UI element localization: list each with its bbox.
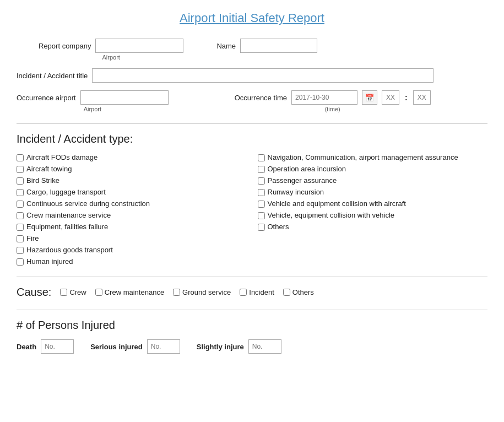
incident-type-right-checkbox-1[interactable] <box>258 166 265 173</box>
incident-type-section: Incident / Accident type: Aircraft FODs … <box>17 133 487 266</box>
injured-input-0[interactable] <box>41 339 74 354</box>
cause-label-3: Incident <box>249 288 274 296</box>
cause-checkbox-2[interactable] <box>173 289 180 296</box>
incident-type-checkboxes: Aircraft FODs damageAircraft towingBird … <box>17 153 487 266</box>
incident-type-left-checkbox-3[interactable] <box>17 189 24 196</box>
incident-type-left-item-5: Crew maintenance service <box>17 211 247 219</box>
incident-type-left-label-0: Aircraft FODs damage <box>26 153 97 161</box>
incident-type-left-checkbox-2[interactable] <box>17 177 24 185</box>
incident-type-left-item-8: Hazardous goods transport <box>17 246 247 254</box>
report-company-group: Report company Airport <box>39 39 183 61</box>
incident-type-left-item-0: Aircraft FODs damage <box>17 153 247 161</box>
incident-type-right-label-1: Operation area incursion <box>268 165 346 173</box>
incident-type-right-checkbox-6[interactable] <box>258 224 265 231</box>
injured-label-0: Death <box>17 343 36 351</box>
cause-title: Cause: <box>17 286 51 299</box>
incident-title-input[interactable] <box>92 68 433 83</box>
cause-section: Cause: CrewCrew maintenanceGround servic… <box>17 286 487 299</box>
incident-type-left-checkbox-9[interactable] <box>17 258 24 266</box>
incident-type-right-checkbox-4[interactable] <box>258 201 265 208</box>
minute-input[interactable] <box>413 90 431 105</box>
incident-type-right-checkbox-0[interactable] <box>258 154 265 161</box>
name-input[interactable] <box>240 39 317 53</box>
incident-type-left-checkbox-7[interactable] <box>17 235 24 242</box>
incident-type-left-checkbox-6[interactable] <box>17 224 24 231</box>
cause-item-0: Crew <box>60 288 86 296</box>
incident-type-right-checkbox-3[interactable] <box>258 189 265 196</box>
occurrence-airport-label: Occurrence airport <box>17 94 76 102</box>
incident-type-title: Incident / Accident type: <box>17 133 487 145</box>
injured-field-1: Serious injured <box>90 339 180 354</box>
injured-field-0: Death <box>17 339 74 354</box>
incident-type-left-label-6: Equipment, failities failure <box>26 223 108 231</box>
occurrence-airport-sublabel: Airport <box>84 106 101 112</box>
cause-checkbox-0[interactable] <box>60 289 67 296</box>
incident-type-right-item-6: Others <box>258 223 488 231</box>
incident-type-left-item-4: Continuous service during construction <box>17 199 247 208</box>
incident-type-right-item-1: Operation area incursion <box>258 165 488 173</box>
injured-field-2: Slightly injure <box>197 339 281 354</box>
incident-type-left-col: Aircraft FODs damageAircraft towingBird … <box>17 153 247 266</box>
report-company-sublabel: Airport <box>102 54 120 61</box>
cause-label-4: Others <box>292 288 314 296</box>
incident-type-left-label-3: Cargo, luggage transport <box>26 188 106 196</box>
occurrence-time-sublabel: (time) <box>325 106 340 112</box>
incident-type-left-label-1: Aircraft towing <box>26 165 72 173</box>
incident-type-right-label-3: Runway incursion <box>268 188 324 196</box>
injured-label-2: Slightly injure <box>197 343 244 351</box>
occurrence-airport-group: Occurrence airport Airport <box>17 90 169 112</box>
cause-item-1: Crew maintenance <box>95 288 164 296</box>
incident-type-left-item-1: Aircraft towing <box>17 165 247 173</box>
incident-type-right-checkbox-5[interactable] <box>258 212 265 219</box>
incident-type-left-checkbox-5[interactable] <box>17 212 24 219</box>
injured-fields-row: DeathSerious injuredSlightly injure <box>17 339 487 354</box>
incident-type-left-item-3: Cargo, luggage transport <box>17 188 247 196</box>
incident-type-right-col: Navigation, Communication, airport manag… <box>258 153 488 266</box>
occurrence-date-input[interactable] <box>291 90 357 105</box>
incident-type-right-item-2: Passenger assurance <box>258 176 488 185</box>
occurrence-time-label: Occurrence time <box>235 94 287 102</box>
incident-type-right-item-0: Navigation, Communication, airport manag… <box>258 153 488 161</box>
incident-type-right-item-5: Vehicle, equipment collision with vehicl… <box>258 211 488 219</box>
incident-type-left-label-5: Crew maintenance service <box>26 211 111 219</box>
occurrence-airport-input[interactable] <box>80 90 169 105</box>
incident-type-left-item-9: Human injured <box>17 257 247 266</box>
time-separator: : <box>405 93 408 102</box>
cause-checkbox-4[interactable] <box>283 289 290 296</box>
incident-type-left-label-2: Bird Strike <box>26 176 59 185</box>
incident-type-left-checkbox-1[interactable] <box>17 166 24 173</box>
divider-3 <box>17 310 487 310</box>
cause-label-0: Crew <box>69 288 86 296</box>
report-company-input[interactable] <box>95 39 183 53</box>
incident-type-right-label-4: Vehicle and equipment collision with air… <box>268 199 406 208</box>
incident-type-left-label-4: Continuous service during construction <box>26 199 150 208</box>
incident-type-left-item-6: Equipment, failities failure <box>17 223 247 231</box>
incident-type-right-item-3: Runway incursion <box>258 188 488 196</box>
cause-item-4: Others <box>283 288 314 296</box>
cause-checkbox-3[interactable] <box>240 289 247 296</box>
incident-type-right-label-2: Passenger assurance <box>268 176 337 185</box>
cause-label-1: Crew maintenance <box>105 288 164 296</box>
calendar-button[interactable]: 📅 <box>362 90 377 105</box>
injured-label-1: Serious injured <box>90 343 143 351</box>
cause-label-2: Ground service <box>182 288 231 296</box>
incident-type-left-checkbox-8[interactable] <box>17 247 24 254</box>
incident-type-left-checkbox-4[interactable] <box>17 201 24 208</box>
incident-type-left-item-2: Bird Strike <box>17 176 247 185</box>
incident-type-right-item-4: Vehicle and equipment collision with air… <box>258 199 488 208</box>
cause-checkbox-1[interactable] <box>95 289 102 296</box>
persons-injured-section: # of Persons Injured DeathSerious injure… <box>17 319 487 354</box>
injured-input-1[interactable] <box>147 339 180 354</box>
hour-input[interactable] <box>382 90 399 105</box>
injured-input-2[interactable] <box>248 339 281 354</box>
divider-2 <box>17 277 487 277</box>
incident-type-left-label-9: Human injured <box>26 257 73 266</box>
incident-type-right-label-0: Navigation, Communication, airport manag… <box>268 153 458 161</box>
incident-type-right-label-5: Vehicle, equipment collision with vehicl… <box>268 211 395 219</box>
persons-injured-title: # of Persons Injured <box>17 319 487 332</box>
report-company-label: Report company <box>39 42 91 50</box>
incident-type-left-label-8: Hazardous goods transport <box>26 246 113 254</box>
incident-type-right-checkbox-2[interactable] <box>258 177 265 185</box>
name-label: Name <box>216 42 236 50</box>
incident-type-left-checkbox-0[interactable] <box>17 154 24 161</box>
